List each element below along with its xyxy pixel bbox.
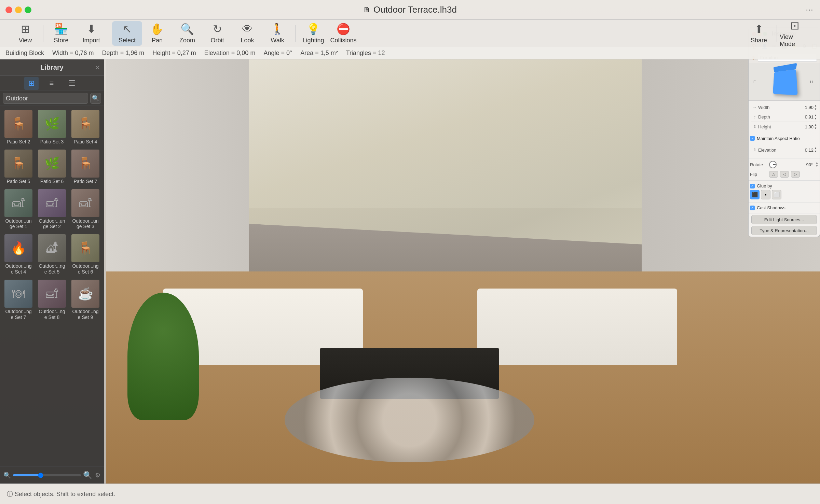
type-representation-button[interactable]: Type & Representation... (751, 226, 817, 235)
divider-2 (749, 180, 820, 181)
close-button[interactable] (5, 6, 12, 13)
library-item-patio5[interactable]: 🪑 Patio Set 5 (3, 148, 34, 186)
height-value[interactable]: 1,00 (800, 124, 814, 129)
library-item-outdoor6[interactable]: 🪑 Outdoor...nge Set 6 (70, 233, 101, 276)
maintain-aspect-ratio-row[interactable]: ✓ Maintain Aspect Ratio (749, 134, 820, 143)
toolbar-item-select[interactable]: ↖ Select (112, 21, 142, 46)
zoom-icon: 🔍 (180, 23, 194, 36)
depth-stepper[interactable]: ▲ ▼ (814, 114, 817, 120)
library-item-patio7[interactable]: 🪑 Patio Set 7 (70, 148, 101, 186)
toolbar-item-pan[interactable]: ✋ Pan (142, 21, 172, 46)
elevation-up[interactable]: ▲ (814, 146, 817, 150)
zoom-in-icon[interactable]: 🔍 (83, 471, 92, 480)
flip-button-triangle[interactable]: △ (769, 171, 778, 178)
library-item-outdoor3[interactable]: 🛋 Outdoor...unge Set 3 (70, 188, 101, 231)
library-bottom: 🔍 🔍 ⚙ (0, 466, 104, 484)
cast-shadows-checkbox[interactable]: ✓ (750, 206, 755, 210)
toolbar-item-orbit[interactable]: ↻ Orbit (202, 21, 232, 46)
glue-floor-button[interactable]: ⬛ (750, 190, 760, 199)
library-item-patio3[interactable]: 🌿 Patio Set 3 (36, 109, 68, 146)
toolbar-item-share[interactable]: ⬆ Share (744, 21, 774, 46)
library-item-outdoor4[interactable]: 🔥 Outdoor...nge Set 4 (3, 233, 34, 276)
library-grid: 🪑 Patio Set 2 🌿 Patio Set 3 🪑 Patio Set … (0, 106, 104, 466)
glue-by-label: Glue by (757, 183, 772, 188)
toolbar-item-view[interactable]: ⊞ View (10, 21, 40, 46)
library-item-patio6[interactable]: 🌿 Patio Set 6 (36, 148, 68, 186)
library-item-outdoor5[interactable]: 🏕 Outdoor...nge Set 5 (36, 233, 68, 276)
toolbar-item-collisions[interactable]: ⛔ Collisions (328, 21, 358, 46)
library-label-outdoor8: Outdoor...nge Set 8 (38, 309, 66, 320)
glue-wall-button[interactable]: ▪ (761, 190, 770, 199)
rotate-stepper[interactable]: ▲ ▼ (816, 161, 818, 168)
thumb-inner-outdoor4: 🔥 (6, 236, 31, 261)
maximize-button[interactable] (25, 6, 31, 13)
thumb-inner-patio3: 🌿 (40, 112, 64, 136)
library-settings-button[interactable]: ⚙ (95, 472, 100, 479)
library-label-outdoor9: Outdoor...nge Set 9 (71, 309, 100, 320)
glue-ceiling-button[interactable]: ⬜ (772, 190, 781, 199)
library-thumb-outdoor3: 🛋 (71, 189, 99, 217)
rotate-value[interactable]: 90° (806, 162, 813, 167)
library-item-outdoor8[interactable]: 🛋 Outdoor...nge Set 8 (36, 278, 68, 322)
library-item-outdoor1[interactable]: 🛋 Outdoor...unge Set 1 (3, 188, 34, 231)
library-item-outdoor9[interactable]: ☕ Outdoor...nge Set 9 (70, 278, 101, 322)
library-tab-list[interactable]: ☰ (65, 77, 80, 90)
library-item-patio2[interactable]: 🪑 Patio Set 2 (3, 109, 34, 146)
library-tab-detail[interactable]: ≡ (45, 77, 58, 90)
rotate-knob[interactable] (769, 161, 777, 168)
zoom-slider[interactable] (13, 474, 81, 476)
library-thumb-outdoor9: ☕ (71, 280, 99, 308)
library-search-button[interactable]: 🔍 (90, 93, 101, 104)
view-label: View (19, 37, 32, 44)
viewmode-icon: ⊡ (790, 19, 800, 32)
width-stepper[interactable]: ▲ ▼ (814, 104, 817, 111)
toolbar-item-viewmode[interactable]: ⊡ View Mode (780, 21, 810, 46)
share-label: Share (751, 37, 767, 44)
library-category-select[interactable]: Outdoor (3, 93, 88, 104)
height-down[interactable]: ▼ (814, 127, 817, 130)
thumb-inner-outdoor8: 🛋 (40, 281, 64, 306)
depth-up[interactable]: ▲ (814, 114, 817, 117)
toolbar-item-zoom[interactable]: 🔍 Zoom (172, 21, 202, 46)
status-width: Width = 0,76 m (52, 50, 94, 57)
library-close-button[interactable]: ✕ (95, 64, 100, 72)
toolbar-item-store[interactable]: 🏪 Store (46, 21, 76, 46)
rotate-down[interactable]: ▼ (816, 165, 818, 168)
height-up[interactable]: ▲ (814, 123, 817, 127)
elevation-down[interactable]: ▼ (814, 150, 817, 153)
zoom-out-icon[interactable]: 🔍 (3, 472, 11, 479)
elevation-stepper[interactable]: ▲ ▼ (814, 146, 817, 153)
elevation-value[interactable]: 0,12 (800, 148, 814, 153)
toolbar-item-look[interactable]: 👁 Look (232, 21, 262, 46)
library-thumb-patio6: 🌿 (38, 150, 66, 178)
flip-button-right[interactable]: ▷ (791, 171, 800, 178)
width-up[interactable]: ▲ (814, 104, 817, 108)
elevation-props: ⇧ Elevation 0,12 ▲ ▼ (749, 143, 820, 157)
width-down[interactable]: ▼ (814, 108, 817, 111)
expand-button[interactable]: ⋯ (806, 5, 813, 14)
library-category-row: Outdoor 🔍 (0, 91, 104, 106)
elevation-row: ⇧ Elevation 0,12 ▲ ▼ (751, 145, 817, 155)
edit-light-sources-button[interactable]: Edit Light Sources... (751, 215, 817, 224)
glue-by-checkbox[interactable]: ✓ (750, 184, 755, 188)
library-item-outdoor2[interactable]: 🛋 Outdoor...unge Set 2 (36, 188, 68, 231)
library-thumb-outdoor7: 🍽 (4, 280, 32, 308)
library-tab-grid[interactable]: ⊞ (24, 77, 39, 90)
toolbar-item-import[interactable]: ⬇ Import (76, 21, 106, 46)
width-value[interactable]: 1,90 (800, 105, 814, 110)
library-item-outdoor7[interactable]: 🍽 Outdoor...nge Set 7 (3, 278, 34, 322)
depth-down[interactable]: ▼ (814, 117, 817, 121)
library-label-patio7: Patio Set 7 (74, 179, 97, 184)
minimize-button[interactable] (15, 6, 22, 13)
toolbar-item-lighting[interactable]: 💡 Lighting (298, 21, 328, 46)
rotate-up[interactable]: ▲ (816, 161, 818, 165)
library-label-outdoor7: Outdoor...nge Set 7 (4, 309, 33, 320)
scene-background (106, 59, 820, 484)
depth-value[interactable]: 0,91 (800, 114, 814, 120)
height-stepper[interactable]: ▲ ▼ (814, 123, 817, 130)
flip-button-left[interactable]: ◁ (780, 171, 789, 178)
maintain-aspect-ratio-checkbox[interactable]: ✓ (750, 136, 755, 141)
scene-area[interactable] (106, 59, 820, 484)
library-item-patio4[interactable]: 🪑 Patio Set 4 (70, 109, 101, 146)
toolbar-item-walk[interactable]: 🚶 Walk (262, 21, 292, 46)
